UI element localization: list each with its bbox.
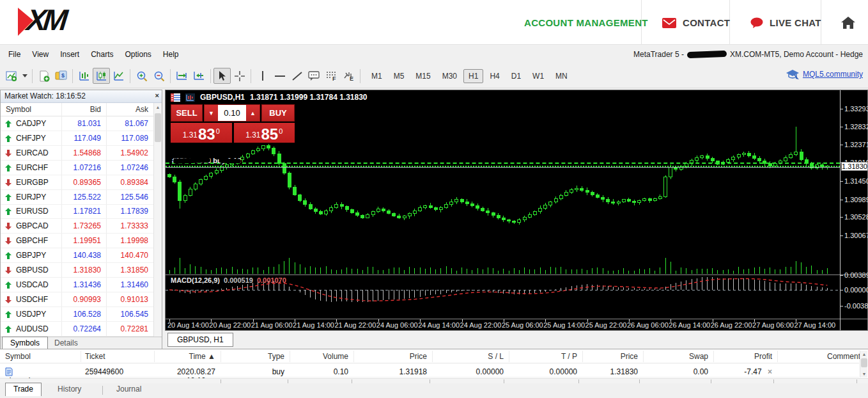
timeframe-d1[interactable]: D1 bbox=[506, 69, 526, 83]
symbol-name: EURCAD bbox=[16, 148, 49, 157]
column-header-tp[interactable]: T / P bbox=[510, 352, 577, 361]
timeframe-m1[interactable]: M1 bbox=[366, 69, 387, 83]
profiles-icon[interactable]: $ bbox=[52, 68, 70, 84]
new-chart-icon[interactable] bbox=[3, 68, 20, 84]
objects-list-icon[interactable]: E bbox=[340, 68, 357, 84]
scroll-up-icon[interactable]: ▲ bbox=[155, 105, 161, 109]
column-header-profit[interactable]: Profit bbox=[708, 352, 772, 361]
scroll-up-icon[interactable]: ▲ bbox=[861, 352, 867, 356]
timeframe-h1[interactable]: H1 bbox=[463, 69, 483, 83]
tab-history[interactable]: History bbox=[50, 383, 89, 396]
line-chart-icon[interactable] bbox=[110, 68, 127, 84]
market-watch-row-eurgbp[interactable]: EURGBP0.893650.89384 bbox=[1, 175, 153, 190]
trendline-icon[interactable] bbox=[288, 68, 306, 84]
menu-options[interactable]: Options bbox=[120, 47, 157, 61]
market-watch-scrollbar[interactable]: ▲ ▼ bbox=[153, 103, 162, 349]
menu-file[interactable]: File bbox=[3, 47, 26, 61]
ask-value: 0.72281 bbox=[121, 324, 148, 333]
chart-shift-icon[interactable] bbox=[190, 68, 208, 84]
mql5-link-text[interactable]: MQL5.community bbox=[803, 70, 863, 79]
timeframe-mn[interactable]: MN bbox=[550, 69, 573, 83]
position-open-price-line[interactable] bbox=[166, 163, 840, 164]
fibonacci-icon[interactable]: F bbox=[323, 68, 340, 84]
menu-insert[interactable]: Insert bbox=[54, 47, 85, 61]
menu-view[interactable]: View bbox=[26, 47, 54, 61]
market-watch-row-cadjpy[interactable]: CADJPY81.03181.067 bbox=[1, 116, 153, 131]
scrollbar-thumb[interactable] bbox=[155, 113, 161, 142]
mql5-community-link[interactable]: MQL5.community bbox=[786, 69, 863, 79]
bid-value: 106.528 bbox=[74, 310, 101, 319]
market-watch-row-usdcad[interactable]: USDCAD1.314361.31460 bbox=[1, 278, 153, 292]
crosshair-icon[interactable] bbox=[231, 68, 248, 84]
column-header-ticket[interactable]: Ticket bbox=[85, 352, 149, 361]
menu-charts[interactable]: Charts bbox=[85, 47, 119, 61]
column-header-price2[interactable]: Price bbox=[584, 352, 638, 361]
column-header-symbol[interactable]: Symbol bbox=[6, 105, 31, 114]
market-watch-row-gbpjpy[interactable]: GBPJPY140.438140.470 bbox=[1, 248, 153, 263]
market-watch-row-eurusd[interactable]: EURUSD1.178211.17839 bbox=[1, 204, 153, 219]
horizontal-line-icon[interactable] bbox=[271, 68, 288, 84]
new-chart-dropdown-icon[interactable] bbox=[20, 68, 29, 84]
zoom-in-icon[interactable] bbox=[133, 68, 150, 84]
trade-table-row[interactable]: gbpusd2594496002020.08.27 18:12:…buy0.10… bbox=[0, 363, 859, 378]
column-header-symbol[interactable]: Symbol bbox=[5, 352, 75, 361]
market-watch-title-text: Market Watch: 18:16:52 bbox=[4, 92, 86, 100]
xm-logo[interactable]: XM bbox=[17, 6, 93, 38]
column-header-bid[interactable]: Bid bbox=[90, 105, 101, 114]
market-watch-row-usdchf[interactable]: USDCHF0.909930.91013 bbox=[1, 292, 153, 307]
timeframe-w1[interactable]: W1 bbox=[527, 69, 549, 83]
scrollbar-thumb[interactable] bbox=[861, 358, 867, 367]
tab-trade[interactable]: Trade bbox=[5, 383, 42, 396]
contact-link[interactable]: CONTACT bbox=[662, 17, 730, 28]
bid-price-line[interactable] bbox=[166, 167, 840, 168]
column-header-swap[interactable]: Swap bbox=[644, 352, 708, 361]
scroll-down-icon[interactable]: ▼ bbox=[861, 372, 867, 376]
timeframe-m5[interactable]: M5 bbox=[389, 69, 410, 83]
envelope-icon bbox=[662, 18, 676, 28]
column-header-time[interactable]: Time ▲ bbox=[147, 352, 215, 361]
zoom-out-icon[interactable] bbox=[150, 68, 167, 84]
timeframe-m30[interactable]: M30 bbox=[437, 69, 462, 83]
bid-value: 0.90993 bbox=[74, 295, 101, 304]
column-header-sl[interactable]: S / L bbox=[433, 352, 504, 361]
market-watch-row-gbpcad[interactable]: GBPCAD1.732651.73333 bbox=[1, 219, 153, 234]
candlestick-chart-icon[interactable] bbox=[93, 68, 110, 84]
market-watch-row-gbpusd[interactable]: GBPUSD1.318301.31850 bbox=[1, 263, 153, 278]
toolbar: $ bbox=[0, 64, 868, 88]
auto-scroll-icon[interactable] bbox=[173, 68, 190, 84]
market-watch-row-eurjpy[interactable]: EURJPY125.522125.546 bbox=[1, 190, 153, 205]
tab-symbols[interactable]: Symbols bbox=[2, 337, 48, 350]
close-position-icon[interactable]: × bbox=[768, 367, 772, 376]
vertical-line-icon[interactable] bbox=[254, 68, 271, 84]
live-chat-link[interactable]: LIVE CHAT bbox=[750, 17, 821, 28]
toolbox-tabs: Trade History Journal bbox=[0, 383, 868, 398]
market-watch-title[interactable]: Market Watch: 18:16:52 × bbox=[1, 90, 162, 103]
time-axis[interactable]: 20 Aug 14:0020 Aug 22:0021 Aug 06:0021 A… bbox=[166, 319, 840, 330]
column-header-price[interactable]: Price bbox=[355, 352, 427, 361]
chart-window[interactable]: GBPUSD,H1 1.31871 1.31999 1.31784 1.3183… bbox=[165, 90, 868, 331]
column-header-comment[interactable]: Comment bbox=[785, 352, 860, 361]
column-header-ask[interactable]: Ask bbox=[136, 105, 148, 114]
close-icon[interactable]: × bbox=[155, 92, 159, 99]
chart-tab-gbpusd[interactable]: GBPUSD, H1 bbox=[167, 333, 233, 347]
market-watch-row-gbpchf[interactable]: GBPCHF1.199511.19998 bbox=[1, 234, 153, 248]
market-watch-row-eurchf[interactable]: EURCHF1.072161.07246 bbox=[1, 161, 153, 175]
tab-journal[interactable]: Journal bbox=[109, 383, 149, 396]
market-watch-row-chfjpy[interactable]: CHFJPY117.049117.089 bbox=[1, 131, 153, 146]
market-watch-row-audusd[interactable]: AUDUSD0.722640.72281 bbox=[1, 322, 153, 337]
trade-table-scrollbar[interactable]: ▲ ▼ bbox=[860, 351, 867, 378]
new-order-icon[interactable] bbox=[35, 68, 52, 84]
column-header-type[interactable]: Type bbox=[227, 352, 284, 361]
price-chart-plot[interactable] bbox=[166, 90, 840, 275]
bar-chart-icon[interactable] bbox=[75, 68, 93, 84]
timeframe-m15[interactable]: M15 bbox=[410, 69, 435, 83]
text-comment-icon[interactable] bbox=[306, 68, 323, 84]
home-icon[interactable] bbox=[841, 17, 855, 29]
market-watch-row-usdjpy[interactable]: USDJPY106.528106.545 bbox=[1, 307, 153, 322]
tab-details[interactable]: Details bbox=[47, 337, 86, 350]
menu-help[interactable]: Help bbox=[157, 47, 185, 61]
cursor-icon[interactable] bbox=[213, 68, 231, 84]
timeframe-h4[interactable]: H4 bbox=[484, 69, 504, 83]
market-watch-row-eurcad[interactable]: EURCAD1.548681.54902 bbox=[1, 146, 153, 161]
column-header-volume[interactable]: Volume bbox=[291, 352, 348, 361]
